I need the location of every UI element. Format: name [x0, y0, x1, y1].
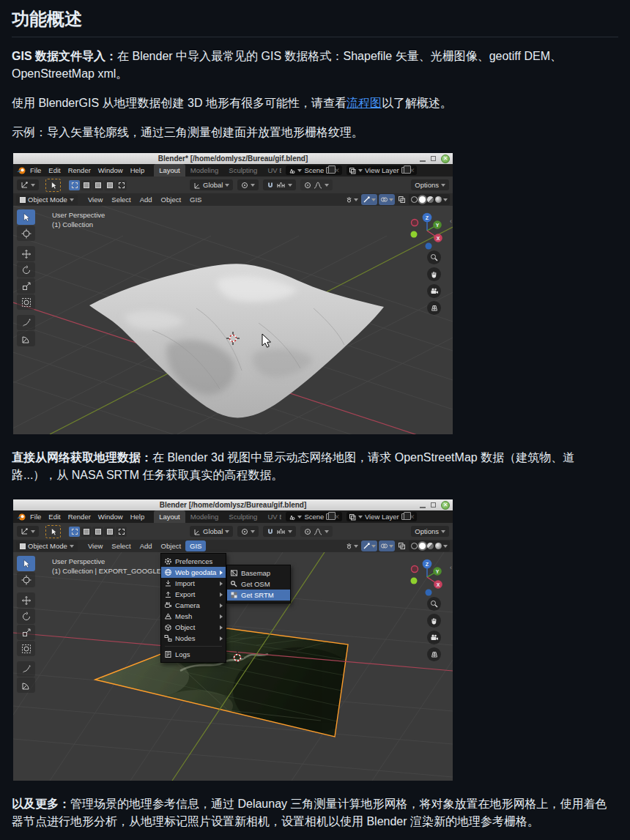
select-box-tool[interactable]	[17, 209, 35, 225]
active-tool-button[interactable]	[45, 179, 61, 192]
options-button[interactable]: Options	[411, 526, 449, 537]
submenu-item-get-osm[interactable]: Get OSM	[227, 579, 290, 590]
select-mode-subtract[interactable]	[92, 180, 103, 190]
gizmos-button[interactable]	[361, 194, 377, 205]
tab-layout[interactable]: Layout	[154, 510, 185, 523]
tab-modeling[interactable]: Modeling	[185, 164, 224, 176]
move-tool[interactable]	[17, 592, 35, 608]
select-mode-extend[interactable]	[81, 527, 92, 537]
menu-render[interactable]: Render	[64, 513, 94, 521]
menu-file[interactable]: File	[26, 513, 45, 521]
camera-view-button[interactable]	[427, 284, 441, 298]
menu-window[interactable]: Window	[94, 513, 127, 521]
menu-render[interactable]: Render	[64, 166, 94, 174]
active-tool-button[interactable]	[45, 525, 61, 538]
shading-mode-buttons[interactable]	[409, 540, 450, 551]
menu-item-nodes[interactable]: Nodes	[161, 633, 226, 644]
overlays-button[interactable]	[379, 540, 395, 551]
flowchart-link[interactable]: 流程图	[346, 97, 382, 109]
transform-tool[interactable]	[17, 294, 35, 310]
editor-type-button[interactable]	[17, 526, 39, 537]
xray-toggle[interactable]	[396, 194, 407, 205]
annotate-tool[interactable]	[17, 661, 35, 677]
minimize-button[interactable]	[420, 160, 426, 162]
shading-solid-button[interactable]	[419, 543, 426, 549]
sidebar-collapse-icon[interactable]: ‹	[450, 564, 452, 571]
zoom-button[interactable]	[427, 250, 441, 264]
select-mode-extend[interactable]	[81, 180, 92, 190]
select-mode-invert[interactable]	[104, 527, 115, 537]
toggle-perspective-button[interactable]	[427, 647, 441, 661]
menu-edit[interactable]: Edit	[45, 166, 64, 174]
close-button[interactable]: ✕	[441, 501, 450, 510]
select-mode-new[interactable]	[69, 180, 80, 190]
menu-object[interactable]: Object	[157, 194, 185, 205]
submenu-item-get-srtm[interactable]: Get SRTM	[227, 590, 290, 601]
gizmos-button[interactable]	[361, 540, 377, 551]
select-mode-intersect[interactable]	[116, 527, 127, 537]
submenu-item-basemap[interactable]: Basemap	[227, 568, 290, 579]
annotate-tool[interactable]	[17, 315, 35, 330]
scale-tool[interactable]	[17, 278, 35, 294]
sidebar-collapse-icon[interactable]: ‹	[450, 218, 452, 225]
transform-tool[interactable]	[17, 641, 35, 656]
editor-type-button[interactable]	[17, 179, 39, 190]
menu-view[interactable]: View	[84, 540, 107, 551]
transform-orientation-dropdown[interactable]: Global	[190, 526, 233, 537]
select-mode-invert[interactable]	[104, 180, 115, 190]
menu-edit[interactable]: Edit	[45, 513, 64, 521]
restore-button[interactable]	[431, 156, 436, 161]
scene-selector[interactable]: Scene ✕	[286, 512, 341, 521]
new-view-layer-icon[interactable]	[401, 167, 407, 174]
snap-dropdown[interactable]	[263, 526, 296, 537]
menu-add[interactable]: Add	[136, 194, 157, 205]
menu-select[interactable]: Select	[107, 540, 135, 551]
select-box-tool[interactable]	[17, 556, 35, 571]
menu-item-mesh[interactable]: Mesh	[161, 611, 226, 622]
menu-gis-open[interactable]: GIS	[185, 540, 206, 551]
select-mode-buttons[interactable]	[69, 180, 127, 190]
toggle-perspective-button[interactable]	[427, 301, 441, 315]
tab-modeling[interactable]: Modeling	[185, 510, 224, 523]
gizmo-neg-x-ball[interactable]	[412, 566, 418, 573]
show-object-types-button[interactable]	[344, 194, 360, 205]
view-layer-selector[interactable]: View Layer ✕	[346, 166, 417, 175]
shading-material-button[interactable]	[427, 543, 434, 549]
gizmo-neg-y-ball[interactable]	[411, 231, 418, 238]
menu-help[interactable]: Help	[127, 513, 149, 521]
pivot-point-dropdown[interactable]	[237, 526, 259, 537]
shading-solid-button[interactable]	[419, 196, 426, 203]
menu-add[interactable]: Add	[136, 540, 157, 551]
shading-material-button[interactable]	[427, 196, 434, 203]
menu-select[interactable]: Select	[107, 194, 135, 205]
gizmo-neg-z-ball[interactable]	[426, 243, 432, 250]
cursor-tool[interactable]	[17, 226, 35, 241]
menu-item-preferences[interactable]: Preferences	[161, 556, 226, 567]
mode-dropdown[interactable]: Object Mode	[16, 541, 78, 551]
shading-mode-buttons[interactable]	[409, 194, 450, 205]
menu-item-object[interactable]: Object	[161, 622, 226, 633]
menu-object[interactable]: Object	[157, 540, 185, 551]
tab-uv-editing[interactable]: UV E	[262, 164, 281, 176]
shading-wireframe-button[interactable]	[411, 196, 418, 203]
new-scene-icon[interactable]	[326, 513, 332, 520]
camera-view-button[interactable]	[427, 631, 441, 644]
zoom-button[interactable]	[427, 597, 441, 611]
move-tool[interactable]	[17, 246, 35, 261]
menu-view[interactable]: View	[84, 194, 107, 205]
select-mode-buttons[interactable]	[69, 527, 127, 537]
xray-toggle[interactable]	[396, 540, 407, 551]
menu-item-camera[interactable]: Camera	[161, 600, 226, 611]
select-mode-new[interactable]	[69, 527, 80, 537]
menu-item-import[interactable]: Import	[161, 578, 226, 589]
proportional-edit-button[interactable]	[300, 526, 333, 537]
new-scene-icon[interactable]	[326, 167, 332, 174]
cursor-tool[interactable]	[17, 572, 35, 587]
menu-item-logs[interactable]: Logs	[161, 649, 226, 660]
close-button[interactable]: ✕	[441, 155, 450, 163]
view-layer-selector[interactable]: View Layer ✕	[346, 512, 417, 521]
overlays-button[interactable]	[379, 194, 395, 205]
pan-hand-button[interactable]	[427, 614, 441, 628]
show-object-types-button[interactable]	[344, 540, 360, 551]
shading-wireframe-button[interactable]	[411, 543, 418, 549]
